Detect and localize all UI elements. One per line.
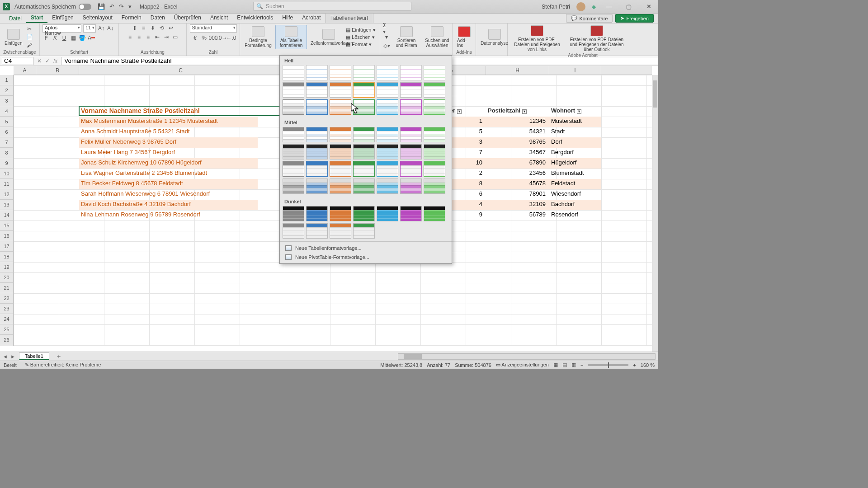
table-style-swatch[interactable] xyxy=(377,65,398,80)
row-header-14[interactable]: 14 xyxy=(0,210,13,221)
table-style-swatch[interactable] xyxy=(330,178,351,194)
table-style-swatch[interactable] xyxy=(283,178,304,194)
table-style-swatch[interactable] xyxy=(377,127,398,142)
search-box[interactable]: 🔍 Suchen xyxy=(253,2,411,11)
cell[interactable]: 54321 xyxy=(486,127,547,136)
table-style-swatch[interactable] xyxy=(330,206,351,221)
row-header-22[interactable]: 22 xyxy=(0,293,13,304)
cell[interactable]: Laura Meier Hang 7 34567 Bergdorf xyxy=(79,148,281,156)
table-style-swatch[interactable] xyxy=(424,178,445,194)
sheet-nav-prev-icon[interactable]: ◄ xyxy=(3,354,8,359)
table-style-swatch[interactable] xyxy=(283,161,304,177)
table-style-swatch[interactable] xyxy=(400,127,422,142)
tab-formeln[interactable]: Formeln xyxy=(117,13,146,23)
table-style-swatch[interactable] xyxy=(424,144,445,160)
cell[interactable]: 56789 xyxy=(486,210,547,219)
font-size-select[interactable]: 11 xyxy=(83,24,96,33)
table-style-swatch[interactable] xyxy=(306,161,328,177)
col-header-A[interactable]: A xyxy=(14,66,36,75)
cell[interactable]: Dorf xyxy=(549,137,599,146)
table-style-swatch[interactable] xyxy=(353,65,375,80)
sheet-nav-next-icon[interactable]: ► xyxy=(10,354,15,359)
col-header-B[interactable]: B xyxy=(36,66,79,75)
table-style-swatch[interactable] xyxy=(424,99,445,115)
cell[interactable]: 34567 xyxy=(486,148,547,156)
table-style-swatch[interactable] xyxy=(283,127,304,142)
tab-daten[interactable]: Daten xyxy=(146,13,170,23)
row-header-15[interactable]: 15 xyxy=(0,221,13,231)
row-header-10[interactable]: 10 xyxy=(0,169,13,179)
table-style-swatch[interactable] xyxy=(283,206,304,221)
format-cells-button[interactable]: ▦ Format ▾ xyxy=(346,42,376,47)
row-header-4[interactable]: 4 xyxy=(0,106,13,117)
user-name[interactable]: Stefan Petri xyxy=(542,4,570,10)
table-style-swatch[interactable] xyxy=(306,223,328,239)
fx-icon[interactable]: fx xyxy=(53,58,57,64)
table-style-swatch[interactable] xyxy=(306,178,328,194)
autosum-icon[interactable]: Σ ▾ xyxy=(383,25,390,32)
cell[interactable]: Bachdorf xyxy=(549,200,599,208)
cell[interactable]: 78901 xyxy=(486,189,547,198)
decrease-font-icon[interactable]: A↓ xyxy=(107,25,114,32)
table-style-swatch[interactable] xyxy=(353,82,375,98)
enter-formula-icon[interactable]: ✓ xyxy=(45,58,50,64)
table-style-swatch[interactable] xyxy=(330,99,351,115)
cell[interactable]: Jonas Schulz Kirchenweg 10 67890 Hügeldo… xyxy=(79,158,281,167)
tab-einfügen[interactable]: Einfügen xyxy=(47,13,78,23)
close-button[interactable]: ✕ xyxy=(642,2,656,11)
find-select-button[interactable]: Suchen und Auswählen xyxy=(423,25,452,49)
align-left-icon[interactable]: ≡ xyxy=(127,33,134,41)
cell[interactable]: Sarah Hoffmann Wiesenweg 6 78901 Wiesend… xyxy=(79,189,281,198)
row-header-2[interactable]: 2 xyxy=(0,85,13,96)
merge-icon[interactable]: ▭ xyxy=(172,33,179,41)
col-header-H[interactable]: H xyxy=(486,66,549,75)
acrobat-share-outlook-button[interactable]: Erstellen von PDF-Dateien und Freigeben … xyxy=(566,24,628,53)
table-style-swatch[interactable] xyxy=(306,127,328,142)
insert-cells-button[interactable]: ▦ Einfügen ▾ xyxy=(346,27,376,33)
table-style-swatch[interactable] xyxy=(400,144,422,160)
row-header-20[interactable]: 20 xyxy=(0,272,13,283)
cell[interactable]: 45678 xyxy=(486,179,547,188)
new-sheet-button[interactable]: ＋ xyxy=(53,352,65,361)
table-style-swatch[interactable] xyxy=(306,82,328,98)
table-header[interactable]: Postleitzahl▾ xyxy=(486,106,547,115)
addins-button[interactable]: Add-Ins xyxy=(455,25,473,49)
table-style-swatch[interactable] xyxy=(400,99,422,115)
conditional-formatting-button[interactable]: Bedingte Formatierung xyxy=(243,25,274,49)
cell[interactable]: 32109 xyxy=(486,200,547,208)
table-style-swatch[interactable] xyxy=(330,127,351,142)
row-header-19[interactable]: 19 xyxy=(0,262,13,272)
cell[interactable]: Stadt xyxy=(549,127,599,136)
table-style-swatch[interactable] xyxy=(400,206,422,221)
zoom-slider[interactable] xyxy=(588,364,628,366)
cell[interactable]: Musterstadt xyxy=(549,117,599,125)
acrobat-share-link-button[interactable]: Erstellen von PDF-Dateien und Freigeben … xyxy=(510,24,564,53)
sort-filter-button[interactable]: Sortieren und Filtern xyxy=(392,25,421,49)
filter-dropdown-icon[interactable]: ▾ xyxy=(522,109,527,114)
tab-ansicht[interactable]: Ansicht xyxy=(206,13,232,23)
table-style-swatch[interactable] xyxy=(353,178,375,194)
row-headers[interactable]: 1234567891011121314151617181920212223242… xyxy=(0,75,14,346)
table-style-swatch[interactable] xyxy=(283,223,304,239)
tab-acrobat[interactable]: Acrobat xyxy=(297,13,325,23)
table-style-swatch[interactable] xyxy=(424,65,445,80)
wrap-text-icon[interactable]: ↩ xyxy=(167,24,175,32)
share-button[interactable]: ➤ Freigeben xyxy=(615,14,654,23)
tab-file[interactable]: Datei xyxy=(5,14,26,23)
align-right-icon[interactable]: ≡ xyxy=(145,33,152,41)
table-style-swatch[interactable] xyxy=(306,99,328,115)
row-header-18[interactable]: 18 xyxy=(0,252,13,262)
row-header-26[interactable]: 26 xyxy=(0,335,13,345)
paste-button[interactable]: Einfügen xyxy=(3,28,24,47)
number-format-select[interactable]: Standard xyxy=(190,24,237,33)
tab-tabellenentwurf[interactable]: Tabellenentwurf xyxy=(326,13,373,23)
table-style-swatch[interactable] xyxy=(330,144,351,160)
table-style-swatch[interactable] xyxy=(377,178,398,194)
table-style-swatch[interactable] xyxy=(424,161,445,177)
cell[interactable]: Bergdorf xyxy=(549,148,599,156)
table-style-swatch[interactable] xyxy=(353,206,375,221)
table-style-swatch[interactable] xyxy=(424,127,445,142)
minimize-button[interactable]: — xyxy=(602,2,616,11)
new-pivot-style-button[interactable]: Neue PivotTable-Formatvorlage... xyxy=(280,253,452,262)
user-avatar[interactable] xyxy=(576,2,585,11)
